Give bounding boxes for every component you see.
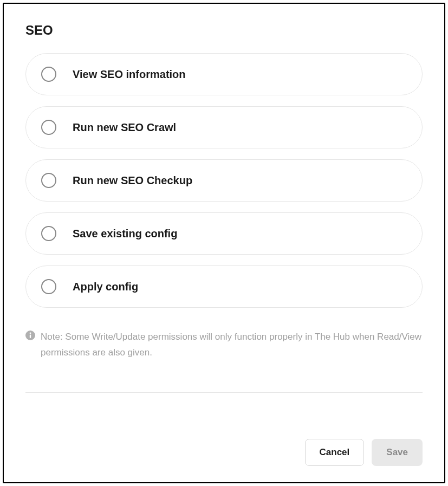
radio-icon [41,279,56,294]
note-body: Some Write/Update permissions will only … [41,332,421,358]
option-label: Save existing config [73,228,177,240]
option-run-new-seo-crawl[interactable]: Run new SEO Crawl [25,106,423,148]
option-label: Apply config [73,281,138,293]
option-view-seo-information[interactable]: View SEO information [25,53,423,95]
option-apply-config[interactable]: Apply config [25,265,423,308]
option-label: View SEO information [73,68,186,81]
option-list: View SEO information Run new SEO Crawl R… [25,53,423,308]
svg-rect-2 [30,335,31,339]
cancel-button[interactable]: Cancel [305,439,365,466]
radio-icon [41,173,56,188]
save-button[interactable]: Save [372,439,423,466]
modal-body: SEO View SEO information Run new SEO Cra… [4,4,444,425]
note-prefix: Note: [41,332,65,342]
option-save-existing-config[interactable]: Save existing config [25,212,423,255]
info-icon [25,331,35,340]
radio-icon [41,226,56,241]
note-block: Note: Some Write/Update permissions will… [25,329,423,377]
svg-point-1 [30,333,31,334]
option-label: Run new SEO Checkup [73,174,192,187]
option-run-new-seo-checkup[interactable]: Run new SEO Checkup [25,159,423,202]
section-title: SEO [25,23,423,38]
option-label: Run new SEO Crawl [73,121,176,134]
divider [25,392,423,393]
radio-icon [41,120,56,135]
radio-icon [41,67,56,82]
note-text: Note: Some Write/Update permissions will… [41,329,423,361]
seo-permissions-modal: SEO View SEO information Run new SEO Cra… [3,3,445,483]
button-row: Cancel Save [4,425,444,482]
